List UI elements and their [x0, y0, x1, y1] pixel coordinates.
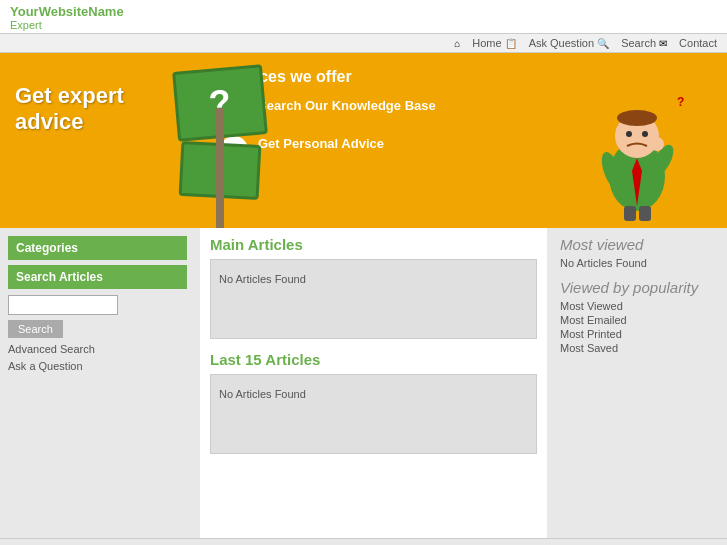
nav-search[interactable]: Search	[621, 37, 656, 49]
most-viewed-title: Most viewed	[560, 236, 719, 253]
most-emailed-link[interactable]: Most Emailed	[560, 314, 719, 326]
hero-banner: Get expert advice ? ↑ Services we offer …	[0, 53, 727, 228]
right-sidebar: Most viewed No Articles Found Viewed by …	[552, 228, 727, 538]
hero-cartoon: ? ? ?	[577, 73, 697, 223]
svg-point-2	[617, 110, 657, 126]
most-viewed-link[interactable]: Most Viewed	[560, 300, 719, 312]
svg-point-8	[650, 137, 664, 151]
sign-post	[216, 108, 224, 228]
site-tagline: Expert	[10, 19, 717, 31]
last15-no-articles: No Articles Found	[219, 388, 528, 400]
contact-icon: ✉	[659, 38, 667, 49]
ask-icon: 📋	[505, 38, 517, 49]
search-input[interactable]	[8, 295, 118, 315]
svg-point-3	[626, 131, 632, 137]
service-text-1: Search Our Knowledge Base	[258, 98, 436, 113]
search-button[interactable]: Search	[8, 320, 63, 338]
nav-contact[interactable]: Contact	[679, 37, 717, 49]
categories-title: Categories	[8, 236, 187, 260]
nav-home[interactable]: Home	[472, 37, 501, 49]
hero-signs: ? ↑	[160, 53, 280, 228]
svg-text:?: ?	[677, 95, 684, 109]
svg-text:?: ?	[660, 95, 666, 106]
most-saved-link[interactable]: Most Saved	[560, 342, 719, 354]
nav-ask[interactable]: Ask Question	[529, 37, 594, 49]
sidebar: Categories Search Articles Search Advanc…	[0, 228, 195, 538]
most-printed-link[interactable]: Most Printed	[560, 328, 719, 340]
main-articles-title: Main Articles	[210, 236, 537, 253]
section-gap: Last 15 Articles No Articles Found	[210, 351, 537, 454]
most-viewed-no-articles: No Articles Found	[560, 257, 719, 269]
main-content: Main Articles No Articles Found Last 15 …	[200, 228, 547, 538]
svg-point-4	[642, 131, 648, 137]
home-icon: ⌂	[454, 38, 460, 49]
svg-text:?: ?	[667, 107, 677, 124]
last15-articles-box: No Articles Found	[210, 374, 537, 454]
viewed-by-popularity-title: Viewed by popularity	[560, 279, 719, 296]
svg-rect-12	[624, 206, 636, 221]
search-articles-title: Search Articles	[8, 265, 187, 289]
footer: Home| Ask Questions| Search| Contact	[0, 538, 727, 545]
svg-rect-13	[639, 206, 651, 221]
last15-title: Last 15 Articles	[210, 351, 537, 368]
main-no-articles: No Articles Found	[219, 273, 528, 285]
nav-bar: ⌂Home 📋Ask Question 🔍Search ✉Contact	[0, 34, 727, 53]
advanced-search-link[interactable]: Advanced Search	[8, 343, 187, 355]
site-header: YourWebsiteName Expert	[0, 0, 727, 34]
ask-question-link[interactable]: Ask a Question	[8, 360, 187, 372]
main-articles-box: No Articles Found	[210, 259, 537, 339]
cartoon-svg: ? ? ?	[582, 76, 692, 221]
search-nav-icon: 🔍	[597, 38, 609, 49]
site-name: YourWebsiteName	[10, 4, 717, 19]
main-wrapper: Categories Search Articles Search Advanc…	[0, 228, 727, 538]
